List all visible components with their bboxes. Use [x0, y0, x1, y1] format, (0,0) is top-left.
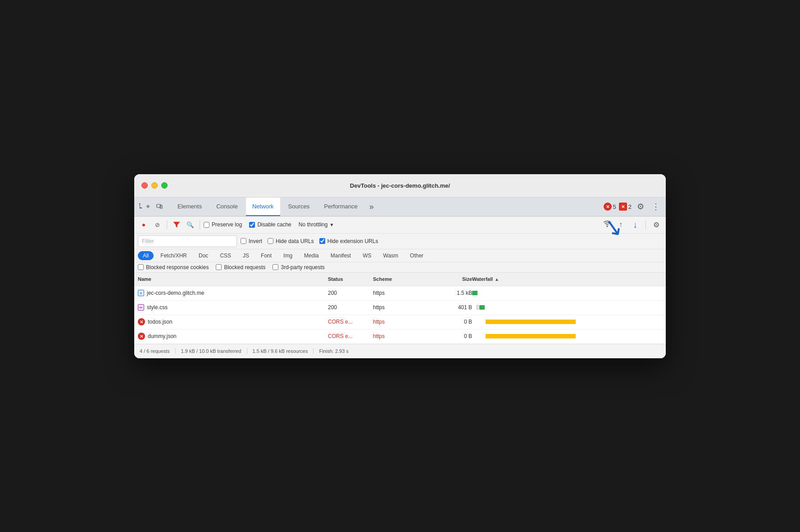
devtools-more-button[interactable]: ⋮: [650, 200, 662, 213]
blocked-requests-checkbox[interactable]: [216, 264, 222, 270]
type-filter-other[interactable]: Other: [405, 251, 428, 260]
type-filter-manifest[interactable]: Manifest: [326, 251, 356, 260]
close-button[interactable]: [141, 182, 148, 189]
invert-checkbox-label[interactable]: Invert: [241, 238, 262, 244]
filter-bar: Invert Hide data URLs Hide extension URL…: [134, 234, 666, 249]
type-filter-media[interactable]: Media: [299, 251, 324, 260]
type-filter-font[interactable]: Font: [256, 251, 277, 260]
row-name-2: ✕todos.json: [138, 318, 328, 325]
type-filter-img[interactable]: Img: [278, 251, 297, 260]
row-waterfall-0: [472, 286, 662, 300]
third-party-label[interactable]: 3rd-party requests: [273, 264, 324, 271]
warn-badge: ✕ 2: [619, 203, 632, 211]
third-party-checkbox[interactable]: [273, 264, 278, 270]
transferred-status: 1.9 kB / 10.0 kB transferred: [176, 348, 247, 354]
nav-bar: ⌖ Elements Console Network So: [134, 198, 666, 216]
svg-rect-4: [140, 207, 142, 208]
throttle-dropdown[interactable]: No throttling ▼: [299, 221, 334, 228]
tab-performance[interactable]: Performance: [318, 197, 364, 216]
toolbar-divider-3: [645, 220, 646, 229]
type-filter-ws[interactable]: WS: [358, 251, 376, 260]
wifi-settings-icon[interactable]: [602, 220, 612, 230]
minimize-button[interactable]: [151, 182, 158, 189]
type-filter-wasm[interactable]: Wasm: [378, 251, 404, 260]
table-row[interactable]: ✕dummy.jsonCORS e...https0 B: [134, 329, 666, 344]
blocked-cookies-label[interactable]: Blocked response cookies: [138, 264, 209, 271]
device-toolbar-button[interactable]: [153, 200, 166, 213]
type-filter-fetch/xhr[interactable]: Fetch/XHR: [155, 251, 192, 260]
row-scheme-0: https: [373, 290, 427, 296]
row-status-2: CORS e...: [328, 319, 373, 325]
warn-count: 2: [628, 203, 632, 210]
svg-rect-5: [139, 204, 140, 204]
type-filter-all[interactable]: All: [138, 251, 154, 260]
hide-data-urls-checkbox[interactable]: [268, 238, 273, 244]
tab-network[interactable]: Network: [246, 197, 280, 216]
inspect-element-button[interactable]: ⌖: [138, 200, 150, 213]
row-waterfall-3: [472, 329, 662, 343]
cursor-icon: [139, 203, 146, 210]
throttle-chevron-icon: ▼: [329, 222, 334, 227]
tab-overflow-button[interactable]: »: [366, 197, 377, 216]
filter-checks: Invert Hide data URLs Hide extension URL…: [241, 238, 378, 244]
traffic-lights: [141, 182, 168, 189]
nav-icon-group: ⌖: [138, 200, 166, 213]
row-icon-2: ✕: [138, 318, 145, 325]
hide-extension-urls-checkbox-label[interactable]: Hide extension URLs: [319, 238, 378, 244]
network-toolbar: ● ⊘ 🔍 Preserve log Disable cache No thro…: [134, 216, 666, 234]
upload-button[interactable]: ↑: [615, 219, 627, 230]
devtools-settings-button[interactable]: ⚙: [634, 200, 647, 213]
waterfall-bar-outline: [477, 305, 478, 310]
table-row[interactable]: ≡jec-cors-demo.glitch.me200https1.5 kB: [134, 286, 666, 301]
blocked-cookies-checkbox[interactable]: [138, 264, 144, 270]
record-button[interactable]: ●: [138, 219, 150, 230]
filter-button[interactable]: [171, 219, 182, 230]
header-name[interactable]: Name: [138, 276, 328, 282]
blocked-requests-label[interactable]: Blocked requests: [216, 264, 265, 271]
preserve-log-checkbox[interactable]: [204, 222, 209, 228]
devtools-body: ⌖ Elements Console Network So: [134, 198, 666, 358]
sort-icon: ▲: [495, 277, 499, 282]
disable-cache-checkbox-label[interactable]: Disable cache: [249, 221, 291, 228]
type-filter-doc[interactable]: Doc: [194, 251, 213, 260]
row-status-0: 200: [328, 290, 373, 296]
header-size[interactable]: Size: [427, 276, 472, 282]
type-filter-css[interactable]: CSS: [215, 251, 236, 260]
preserve-log-checkbox-label[interactable]: Preserve log: [204, 221, 242, 228]
funnel-icon: [173, 221, 180, 228]
network-settings-button[interactable]: ⚙: [650, 219, 662, 230]
warn-icon: ✕: [619, 203, 627, 211]
nav-right: ✕ 5 ✕ 2 ⚙ ⋮: [604, 200, 662, 213]
header-scheme[interactable]: Scheme: [373, 276, 427, 282]
row-size-2: 0 B: [427, 319, 472, 325]
tab-sources[interactable]: Sources: [282, 197, 316, 216]
row-size-1: 401 B: [427, 304, 472, 311]
waterfall-bar-green: [479, 305, 485, 310]
requests-status: 4 / 6 requests: [140, 348, 176, 354]
resources-status: 1.5 kB / 9.6 kB resources: [247, 348, 314, 354]
row-icon-3: ✕: [138, 333, 145, 340]
tab-console[interactable]: Console: [210, 197, 244, 216]
invert-checkbox[interactable]: [241, 238, 246, 244]
table-body: ≡jec-cors-demo.glitch.me200https1.5 kB✏s…: [134, 286, 666, 344]
download-button[interactable]: ↓: [629, 219, 641, 230]
disable-cache-checkbox[interactable]: [249, 222, 255, 228]
row-size-3: 0 B: [427, 333, 472, 339]
header-status[interactable]: Status: [328, 276, 373, 282]
row-name-3: ✕dummy.json: [138, 333, 328, 340]
type-filter-js[interactable]: JS: [238, 251, 254, 260]
table-row[interactable]: ✕todos.jsonCORS e...https0 B: [134, 315, 666, 329]
svg-rect-3: [140, 205, 140, 208]
clear-button[interactable]: ⊘: [151, 219, 163, 230]
filter-input[interactable]: [138, 235, 237, 247]
row-status-3: CORS e...: [328, 333, 373, 339]
header-waterfall[interactable]: Waterfall ▲: [472, 276, 662, 282]
row-size-0: 1.5 kB: [427, 290, 472, 296]
finish-status: Finish: 2.93 s: [314, 348, 354, 354]
tab-elements[interactable]: Elements: [171, 197, 208, 216]
table-row[interactable]: ✏style.css200https401 B: [134, 301, 666, 315]
search-button[interactable]: 🔍: [184, 219, 196, 230]
maximize-button[interactable]: [161, 182, 168, 189]
hide-data-urls-checkbox-label[interactable]: Hide data URLs: [268, 238, 314, 244]
hide-extension-urls-checkbox[interactable]: [319, 238, 325, 244]
